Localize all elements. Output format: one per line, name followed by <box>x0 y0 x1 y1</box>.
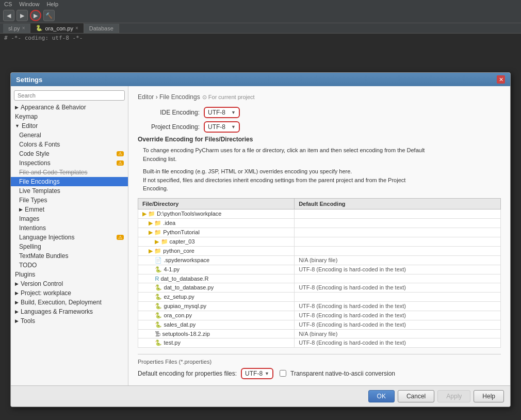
sidebar-item-code-style-label: Code Style <box>19 150 50 157</box>
override-text1: To change encoding PyCharm uses for a fi… <box>143 146 501 163</box>
sidebar-item-file-encodings[interactable]: File Encodings <box>11 177 128 186</box>
sidebar-item-vcs[interactable]: ▶ Version Control <box>11 279 128 288</box>
project-encoding-value: UTF-8 <box>208 123 225 131</box>
properties-encoding-arrow: ▼ <box>265 371 269 376</box>
dialog-overlay: Settings ✕ ▶ Appearance & Behavior Keyma… <box>0 0 521 420</box>
arrow-icon-vcs: ▶ <box>15 281 19 286</box>
arrow-icon-build: ▶ <box>15 300 19 305</box>
col-default-encoding: Default Encoding <box>295 198 501 209</box>
arrow-icon-project: ▶ <box>15 290 19 296</box>
sidebar-item-images[interactable]: Images <box>11 214 128 223</box>
sidebar-item-appearance-label: Appearance & Behavior <box>21 104 86 111</box>
sidebar-item-emmet[interactable]: ▶ Emmet <box>11 205 128 214</box>
ide-encoding-label: IDE Encoding: <box>138 109 200 116</box>
properties-row: Default encoding for properties files: U… <box>138 368 501 379</box>
arrow-icon-languages: ▶ <box>15 309 19 314</box>
sidebar-item-emmet-label: Emmet <box>25 206 44 213</box>
table-row[interactable]: 🐍 ora_con.pyUTF-8 (Encoding is hard-code… <box>138 311 501 320</box>
properties-encoding-dropdown[interactable]: UTF-8 ▼ <box>241 368 273 379</box>
sidebar-item-build[interactable]: ▶ Build, Execution, Deployment <box>11 298 128 307</box>
properties-section: Properties Files (*.properties) Default … <box>138 354 501 379</box>
sidebar-item-plugins[interactable]: Plugins <box>11 270 128 279</box>
ok-button[interactable]: OK <box>368 390 395 402</box>
sidebar-item-spelling-label: Spelling <box>19 243 41 250</box>
table-row[interactable]: 🗜 setuptools-18.2.zipN/A (binary file) <box>138 329 501 338</box>
dialog-titlebar: Settings ✕ <box>11 73 510 86</box>
sidebar-item-file-types[interactable]: File Types <box>11 196 128 205</box>
table-row[interactable]: 🐍 test.pyUTF-8 (Encoding is hard-coded i… <box>138 338 501 347</box>
sidebar-item-language-injections[interactable]: Language Injections ⚠ <box>11 233 128 242</box>
arrow-icon-tools: ▶ <box>15 318 19 324</box>
sidebar-item-appearance[interactable]: ▶ Appearance & Behavior <box>11 103 128 112</box>
ide-encoding-value: UTF-8 <box>208 109 225 116</box>
project-tag: ⊙ For current project <box>202 94 255 101</box>
apply-button[interactable]: Apply <box>437 390 470 402</box>
sidebar-item-spelling[interactable]: Spelling <box>11 242 128 251</box>
table-row[interactable]: R dat_to_database.R <box>138 274 501 283</box>
sidebar-item-project[interactable]: ▶ Project: workplace <box>11 288 128 298</box>
sidebar-item-general-label: General <box>19 132 41 139</box>
sidebar-item-live-templates[interactable]: Live Templates <box>11 186 128 196</box>
sidebar-item-intentions[interactable]: Intentions <box>11 223 128 233</box>
language-injections-badge: ⚠ <box>117 235 124 240</box>
table-row[interactable]: ▶ 📁 PythonTutorial <box>138 228 501 237</box>
breadcrumb: Editor › File Encodings ⊙ For current pr… <box>138 93 501 101</box>
sidebar-item-keymap[interactable]: Keymap <box>11 112 128 121</box>
main-content: Editor › File Encodings ⊙ For current pr… <box>128 86 510 385</box>
sidebar-item-inspections-label: Inspections <box>19 159 51 167</box>
sidebar-item-editor-label: Editor <box>22 122 38 130</box>
override-title: Override Encoding for Files/Directories <box>138 136 501 143</box>
sidebar-item-live-templates-label: Live Templates <box>19 187 60 195</box>
sidebar-item-project-label: Project: workplace <box>21 289 71 297</box>
sidebar-item-todo[interactable]: TODO <box>11 261 128 270</box>
arrow-icon-editor: ▼ <box>15 123 20 128</box>
table-row[interactable]: ▶ 📁 capter_03 <box>138 237 501 246</box>
table-row[interactable]: ▶ 📁 D:\pythonTools\workplace <box>138 209 501 218</box>
sidebar-item-textmate-label: TextMate Bundles <box>19 252 68 260</box>
sidebar-item-languages-label: Languages & Frameworks <box>21 308 93 315</box>
col-file-directory: File/Directory <box>138 198 295 209</box>
code-style-badge: ⚠ <box>117 151 124 156</box>
table-row[interactable]: 🐍 ez_setup.py <box>138 292 501 301</box>
transparent-checkbox[interactable] <box>280 370 286 377</box>
sidebar-item-colors-fonts-label: Colors & Fonts <box>19 141 60 148</box>
help-button[interactable]: Help <box>474 390 504 402</box>
ide-encoding-row: IDE Encoding: UTF-8 ▼ <box>138 107 501 118</box>
table-row[interactable]: 🐍 sales_dat.pyUTF-8 (Encoding is hard-co… <box>138 320 501 329</box>
ide-encoding-dropdown[interactable]: UTF-8 ▼ <box>204 107 240 118</box>
table-row[interactable]: 🐍 gupiao_mysql.pyUTF-8 (Encoding is hard… <box>138 301 501 311</box>
sidebar-item-file-types-label: File Types <box>19 197 47 204</box>
sidebar-item-textmate[interactable]: TextMate Bundles <box>11 251 128 261</box>
sidebar-item-file-code-templates[interactable]: File and Code Templates <box>11 168 128 177</box>
sidebar-item-code-style[interactable]: Code Style ⚠ <box>11 149 128 158</box>
settings-sidebar: ▶ Appearance & Behavior Keymap ▼ Editor … <box>11 86 128 385</box>
table-row[interactable]: ▶ 📁 .idea <box>138 218 501 228</box>
sidebar-item-tools-label: Tools <box>21 317 35 325</box>
override-text2: Built-in file encoding (e.g. JSP, HTML o… <box>143 167 501 193</box>
sidebar-item-plugins-label: Plugins <box>15 271 35 278</box>
sidebar-item-intentions-label: Intentions <box>19 224 46 232</box>
sidebar-item-editor[interactable]: ▼ Editor <box>11 121 128 131</box>
table-row[interactable]: ▶ 📁 python_core <box>138 246 501 255</box>
project-encoding-label: Project Encoding: <box>138 123 200 131</box>
sidebar-item-tools[interactable]: ▶ Tools <box>11 316 128 326</box>
override-section: Override Encoding for Files/Directories … <box>138 136 501 193</box>
properties-encoding-value: UTF-8 <box>245 370 263 377</box>
dialog-body: ▶ Appearance & Behavior Keymap ▼ Editor … <box>11 86 510 385</box>
table-row[interactable]: 📄 .spyderworkspaceN/A (binary file) <box>138 255 501 265</box>
sidebar-item-inspections[interactable]: Inspections ⚠ <box>11 158 128 168</box>
table-row[interactable]: 🐍 dat_to_database.pyUTF-8 (Encoding is h… <box>138 283 501 292</box>
project-encoding-dropdown[interactable]: UTF-8 ▼ <box>204 121 240 133</box>
cancel-button[interactable]: Cancel <box>398 390 434 402</box>
sidebar-item-language-injections-label: Language Injections <box>19 234 74 241</box>
sidebar-item-languages[interactable]: ▶ Languages & Frameworks <box>11 307 128 316</box>
project-encoding-row: Project Encoding: UTF-8 ▼ <box>138 121 501 133</box>
table-row[interactable]: 🐍 4-1.pyUTF-8 (Encoding is hard-coded in… <box>138 265 501 274</box>
sidebar-item-todo-label: TODO <box>19 262 37 269</box>
settings-dialog: Settings ✕ ▶ Appearance & Behavior Keyma… <box>10 72 511 407</box>
sidebar-item-colors-fonts[interactable]: Colors & Fonts <box>11 140 128 149</box>
dialog-close-button[interactable]: ✕ <box>497 75 505 84</box>
project-encoding-arrow: ▼ <box>231 124 236 130</box>
settings-search[interactable] <box>14 90 125 101</box>
sidebar-item-general[interactable]: General <box>11 131 128 140</box>
